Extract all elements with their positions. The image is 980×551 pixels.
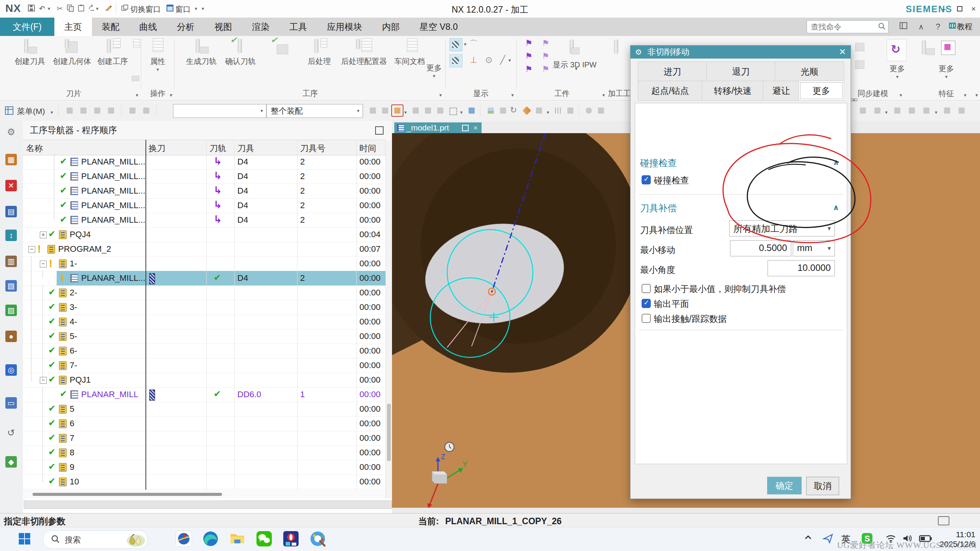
line-display-icon[interactable]: ╱ — [497, 54, 508, 66]
window-icon[interactable] — [165, 4, 175, 13]
nx-taskbar-app[interactable] — [175, 530, 192, 547]
notes-icon[interactable]: ▭ — [5, 397, 17, 409]
status-panel-icon[interactable] — [938, 516, 949, 525]
verify-toolpath-button[interactable]: ✔ 确认刀轨 — [220, 37, 260, 67]
selection-icon[interactable] — [64, 105, 75, 116]
feature-box-icon[interactable] — [941, 41, 956, 55]
group-dropdown-icon[interactable]: ▾ — [900, 92, 902, 98]
dropdown-icon[interactable]: ▾ — [547, 109, 549, 119]
flag-icon[interactable]: ⚑ — [523, 38, 534, 48]
selection-type-combo[interactable]: ▾ — [173, 104, 266, 118]
menu-tab[interactable]: 装配 — [92, 18, 129, 36]
paste-icon[interactable] — [77, 4, 86, 13]
table-row[interactable]: +✔PQJ400:04 — [23, 227, 385, 242]
table-row[interactable]: ✔800:00 — [23, 445, 385, 460]
group-dropdown-icon[interactable]: ▾ — [136, 92, 138, 98]
dropdown-icon[interactable]: ▾ — [885, 109, 888, 119]
file-explorer-app[interactable] — [229, 530, 246, 547]
find-command-input[interactable] — [810, 21, 877, 33]
snap-filter-active-icon[interactable] — [391, 104, 403, 117]
tab-retract[interactable]: 退刀 — [706, 62, 776, 82]
sync-more-button[interactable]: 更多▾ — [887, 64, 907, 80]
collision-check-checkbox[interactable] — [642, 175, 651, 184]
generate-toolpath-button[interactable]: 生成刀轨 — [181, 37, 221, 67]
tool-compensation-section-header[interactable]: 刀具补偿 — [640, 202, 677, 214]
suppress-compensation-checkbox[interactable] — [642, 284, 651, 293]
help-icon[interactable]: ? — [933, 21, 943, 32]
group-dropdown-icon[interactable]: ▾ — [602, 92, 605, 98]
table-row[interactable]: ✔5-00:00 — [23, 329, 385, 344]
tab-engage[interactable]: 进刀 — [638, 62, 707, 82]
horizontal-scrollbar[interactable] — [23, 490, 385, 499]
table-row[interactable]: ✔700:00 — [23, 431, 385, 446]
cube-tool-icon[interactable] — [853, 57, 867, 71]
part-navigator-icon[interactable]: ▤ — [5, 206, 17, 217]
view-tool-icon[interactable] — [906, 105, 917, 116]
part-tab[interactable]: _model1.prt × — [394, 122, 482, 133]
internet-browser-icon[interactable]: ● — [5, 331, 17, 342]
menu-button[interactable]: 菜单(M) — [17, 106, 45, 117]
part-tab-close-icon[interactable]: × — [473, 122, 478, 133]
menu-tab[interactable]: 工具 — [279, 18, 317, 36]
panel-layout-icon[interactable] — [898, 21, 909, 32]
flag-icon[interactable]: ⚑ — [540, 38, 551, 48]
dropdown-icon[interactable]: ▾ — [935, 109, 938, 119]
ribbon-overflow-icon[interactable]: ▾ — [975, 92, 978, 98]
close-button[interactable]: × — [968, 4, 979, 14]
selection-scope-combo[interactable]: 整个装配▾ — [266, 104, 363, 118]
roles-icon[interactable]: ◆ — [5, 456, 17, 468]
orient-icon[interactable] — [410, 105, 421, 116]
table-row[interactable]: −✔PQJ100:00 — [23, 373, 385, 388]
dropdown-icon[interactable]: ▾ — [460, 109, 463, 119]
assembly-navigator-icon[interactable]: ▦ — [5, 154, 17, 165]
flag-icon[interactable]: ⚑ — [523, 51, 534, 61]
ok-button[interactable]: 确定 — [767, 477, 802, 494]
render-style-icon[interactable] — [498, 105, 508, 116]
synchronous-modeling-button[interactable]: ↻ — [887, 39, 906, 61]
properties-button[interactable]: 属性 ▾ — [138, 37, 178, 72]
min-angle-input[interactable]: 10.0000 — [768, 260, 835, 276]
horizontal-scrollbar-thumb[interactable] — [33, 493, 222, 496]
point-display-icon[interactable]: ⊙ — [483, 54, 495, 66]
compensation-position-dropdown[interactable]: 所有精加工刀路 ▼ — [729, 220, 835, 236]
edge-app[interactable] — [202, 530, 219, 547]
reuse-library-icon[interactable]: ▨ — [5, 305, 17, 316]
expander-toggle[interactable]: + — [40, 231, 47, 238]
search-icon[interactable] — [877, 22, 887, 33]
create-tool-button[interactable]: 创建刀具 — [10, 37, 50, 67]
window-dropdown-icon[interactable]: ▾ — [194, 4, 198, 13]
shop-documentation-button[interactable]: 车间文档 — [390, 37, 430, 67]
menu-tab[interactable]: 内部 — [372, 18, 410, 36]
view-tool-icon[interactable] — [942, 105, 952, 116]
minimize-ribbon-icon[interactable]: ∧ — [916, 21, 926, 32]
feature-more-button[interactable]: 更多▾ — [936, 64, 956, 80]
group-dropdown-icon[interactable]: ▾ — [964, 92, 967, 98]
dropdown-icon[interactable]: ▾ — [404, 109, 407, 119]
view-tool-icon[interactable] — [921, 105, 932, 116]
orient-icon[interactable] — [423, 105, 433, 116]
collapse-icon[interactable]: ∧ — [833, 158, 839, 167]
view-tool-icon[interactable] — [872, 105, 883, 116]
table-row[interactable]: ✔PLANAR_MILL...↳D4200:00 — [23, 169, 385, 184]
undo-icon[interactable]: ↶ — [38, 4, 47, 13]
table-row[interactable]: ✔PLANAR_MILL...↳D4200:00 — [23, 184, 385, 199]
selection-icon[interactable] — [127, 105, 138, 116]
tab-more[interactable]: 更多 — [799, 81, 844, 101]
toolbar-overflow-icon[interactable]: ▾ — [201, 4, 205, 13]
tab-transfer-rapid[interactable]: 转移/快速 — [702, 81, 764, 101]
table-row[interactable]: ✔600:00 — [23, 416, 385, 431]
view-tool-icon[interactable] — [956, 105, 967, 116]
cube-view-icon[interactable] — [466, 105, 477, 116]
nav-plane-icon[interactable] — [822, 533, 834, 546]
history-icon[interactable]: ↺ — [5, 427, 17, 439]
selection-icon[interactable] — [92, 105, 103, 116]
show-2d-ipw-icon[interactable] — [449, 54, 462, 67]
spline-icon[interactable]: ⌒ — [468, 38, 479, 50]
tutorial-icon[interactable] — [947, 21, 958, 32]
post-configurator-button[interactable]: 后处理配置器 — [339, 37, 389, 67]
pear-image[interactable] — [126, 531, 146, 549]
minimize-button[interactable]: – — [939, 4, 950, 14]
table-row[interactable]: ✔PLANAR_MILL...↳D4200:00 — [23, 198, 385, 213]
table-icon[interactable] — [565, 105, 576, 116]
output-plane-checkbox[interactable] — [642, 299, 651, 308]
